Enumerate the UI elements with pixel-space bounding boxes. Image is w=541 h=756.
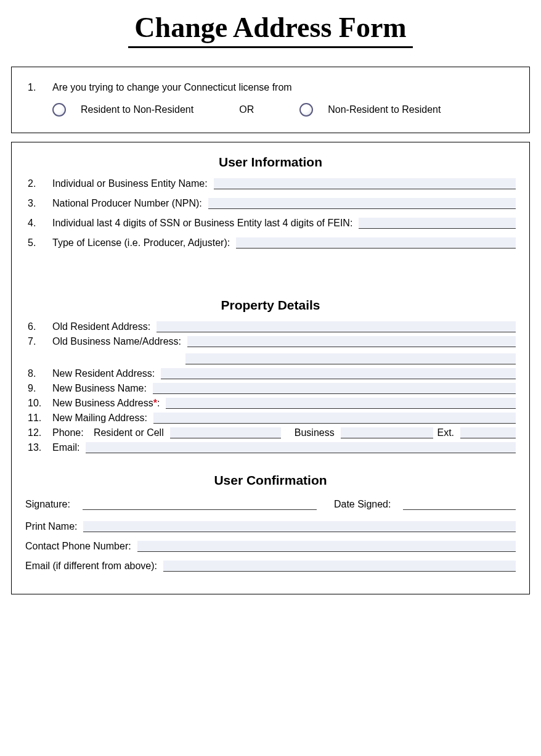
q9-number: 9. [25, 383, 52, 394]
signature-label: Signature: [25, 499, 70, 510]
contact-phone-label: Contact Phone Number: [25, 541, 131, 552]
signature-field[interactable] [83, 499, 317, 510]
email-field[interactable] [86, 442, 516, 453]
q1-text: Are you trying to change your Connecticu… [52, 82, 292, 93]
npn-field[interactable] [208, 198, 516, 209]
q2-number: 2. [25, 178, 52, 189]
q11-label: New Mailing Address: [52, 413, 147, 424]
q9-label: New Business Name: [52, 383, 147, 394]
email-diff-field[interactable] [163, 561, 516, 572]
q12-label: Phone: [52, 427, 84, 438]
q6-number: 6. [25, 321, 52, 332]
q1-number: 1. [25, 82, 52, 93]
page-title: Change Address Form [128, 12, 412, 48]
q4-label: Individual last 4 digits of SSN or Busin… [52, 218, 352, 229]
q13-number: 13. [25, 442, 52, 453]
old-resident-address-field[interactable] [157, 321, 516, 332]
user-info-header: User Information [25, 155, 516, 170]
or-label: OR [239, 104, 254, 115]
q12-business-label: Business [295, 427, 335, 438]
radio-nonresident-to-resident[interactable] [299, 103, 313, 117]
contact-phone-field[interactable] [137, 541, 516, 552]
radio-resident-to-nonresident[interactable] [52, 103, 66, 117]
q12-number: 12. [25, 427, 52, 438]
q3-label: National Producer Number (NPN): [52, 198, 202, 209]
phone-ext-field[interactable] [460, 427, 516, 438]
q10-number: 10. [25, 398, 52, 409]
new-business-name-field[interactable] [153, 383, 516, 394]
option-a-label: Resident to Non-Resident [81, 104, 193, 115]
new-mailing-address-field[interactable] [153, 413, 516, 424]
q3-number: 3. [25, 198, 52, 209]
new-business-address-field[interactable] [166, 398, 516, 409]
q12-ext-label: Ext. [437, 427, 454, 438]
ssn-fein-field[interactable] [359, 218, 516, 229]
q2-label: Individual or Business Entity Name: [52, 178, 208, 189]
q8-label: New Resident Address: [52, 368, 155, 379]
q10-label: New Business Address*: [52, 398, 160, 409]
q5-label: Type of License (i.e. Producer, Adjuster… [52, 237, 230, 249]
old-business-address-field-2[interactable] [185, 353, 516, 364]
q11-number: 11. [25, 413, 52, 424]
new-resident-address-field[interactable] [161, 368, 516, 379]
print-name-field[interactable] [83, 521, 516, 532]
phone-resident-field[interactable] [170, 427, 281, 438]
old-business-address-field[interactable] [187, 336, 516, 347]
option-b-label: Non-Resident to Resident [328, 104, 441, 115]
q7-number: 7. [25, 336, 52, 347]
date-signed-label: Date Signed: [334, 499, 391, 510]
phone-business-field[interactable] [341, 427, 433, 438]
entity-name-field[interactable] [214, 178, 516, 189]
main-form-box: User Information 2. Individual or Busine… [11, 142, 530, 594]
q8-number: 8. [25, 368, 52, 379]
email-diff-label: Email (if different from above): [25, 561, 157, 572]
q12-resident-label: Resident or Cell [94, 427, 164, 438]
date-signed-field[interactable] [403, 499, 516, 510]
q5-number: 5. [25, 237, 52, 249]
q7-label: Old Business Name/Address: [52, 336, 181, 347]
property-details-header: Property Details [25, 298, 516, 313]
q13-label: Email: [52, 442, 79, 453]
print-name-label: Print Name: [25, 521, 77, 532]
q4-number: 4. [25, 218, 52, 229]
license-change-box: 1. Are you trying to change your Connect… [11, 67, 530, 133]
license-type-field[interactable] [236, 237, 516, 249]
q6-label: Old Resident Address: [52, 321, 150, 332]
user-confirmation-header: User Confirmation [25, 473, 516, 488]
